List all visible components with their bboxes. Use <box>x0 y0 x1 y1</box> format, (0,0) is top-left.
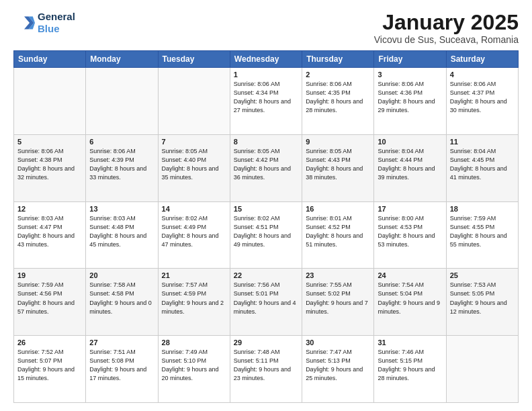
day-info: Sunrise: 7:48 AM Sunset: 5:11 PM Dayligh… <box>234 348 298 383</box>
col-header-wednesday: Wednesday <box>230 51 302 68</box>
day-number: 23 <box>306 271 370 279</box>
day-info: Sunrise: 8:06 AM Sunset: 4:38 PM Dayligh… <box>17 147 82 182</box>
day-number: 24 <box>378 271 442 279</box>
day-cell: 6Sunrise: 8:06 AM Sunset: 4:39 PM Daylig… <box>86 134 158 201</box>
day-info: Sunrise: 8:06 AM Sunset: 4:35 PM Dayligh… <box>306 80 370 115</box>
day-cell: 7Sunrise: 8:05 AM Sunset: 4:40 PM Daylig… <box>158 134 230 201</box>
day-number: 6 <box>89 138 154 146</box>
day-cell: 15Sunrise: 8:02 AM Sunset: 4:51 PM Dayli… <box>230 201 302 269</box>
day-cell <box>158 68 230 135</box>
day-info: Sunrise: 7:59 AM Sunset: 4:55 PM Dayligh… <box>450 214 515 249</box>
day-info: Sunrise: 7:49 AM Sunset: 5:10 PM Dayligh… <box>162 348 226 383</box>
day-info: Sunrise: 8:02 AM Sunset: 4:51 PM Dayligh… <box>234 214 298 249</box>
day-number: 25 <box>450 271 515 279</box>
day-info: Sunrise: 8:00 AM Sunset: 4:53 PM Dayligh… <box>378 214 442 249</box>
day-cell: 17Sunrise: 8:00 AM Sunset: 4:53 PM Dayli… <box>374 201 446 269</box>
day-cell: 21Sunrise: 7:57 AM Sunset: 4:59 PM Dayli… <box>158 269 230 336</box>
day-number: 15 <box>234 205 298 213</box>
day-info: Sunrise: 7:54 AM Sunset: 5:04 PM Dayligh… <box>378 281 442 316</box>
week-row-4: 19Sunrise: 7:59 AM Sunset: 4:56 PM Dayli… <box>14 269 519 336</box>
month-title: January 2025 <box>374 11 519 34</box>
col-header-monday: Monday <box>86 51 158 68</box>
header: General Blue January 2025 Vicovu de Sus,… <box>13 11 519 45</box>
day-info: Sunrise: 7:56 AM Sunset: 5:01 PM Dayligh… <box>234 281 298 316</box>
day-number: 9 <box>306 138 370 146</box>
day-number: 18 <box>450 205 515 213</box>
week-row-3: 12Sunrise: 8:03 AM Sunset: 4:47 PM Dayli… <box>14 201 519 269</box>
day-cell: 4Sunrise: 8:06 AM Sunset: 4:37 PM Daylig… <box>446 68 518 135</box>
day-cell: 25Sunrise: 7:53 AM Sunset: 5:05 PM Dayli… <box>446 269 518 336</box>
day-info: Sunrise: 8:06 AM Sunset: 4:34 PM Dayligh… <box>234 80 298 115</box>
logo: General Blue <box>13 11 75 35</box>
day-number: 4 <box>450 71 515 79</box>
day-info: Sunrise: 7:58 AM Sunset: 4:58 PM Dayligh… <box>89 281 154 316</box>
col-header-thursday: Thursday <box>302 51 374 68</box>
day-info: Sunrise: 7:52 AM Sunset: 5:07 PM Dayligh… <box>17 348 82 383</box>
day-info: Sunrise: 8:05 AM Sunset: 4:40 PM Dayligh… <box>162 147 226 182</box>
day-number: 10 <box>378 138 442 146</box>
day-cell <box>446 336 518 403</box>
day-cell: 19Sunrise: 7:59 AM Sunset: 4:56 PM Dayli… <box>14 269 86 336</box>
location-subtitle: Vicovu de Sus, Suceava, Romania <box>374 34 519 45</box>
day-info: Sunrise: 8:06 AM Sunset: 4:37 PM Dayligh… <box>450 80 515 115</box>
day-cell: 31Sunrise: 7:46 AM Sunset: 5:15 PM Dayli… <box>374 336 446 403</box>
day-number: 7 <box>162 138 226 146</box>
day-cell: 14Sunrise: 8:02 AM Sunset: 4:49 PM Dayli… <box>158 201 230 269</box>
day-number: 26 <box>17 338 82 347</box>
day-number: 31 <box>378 338 442 347</box>
day-info: Sunrise: 8:03 AM Sunset: 4:47 PM Dayligh… <box>17 214 82 249</box>
day-cell: 26Sunrise: 7:52 AM Sunset: 5:07 PM Dayli… <box>14 336 86 403</box>
day-info: Sunrise: 8:04 AM Sunset: 4:45 PM Dayligh… <box>450 147 515 182</box>
day-cell: 12Sunrise: 8:03 AM Sunset: 4:47 PM Dayli… <box>14 201 86 269</box>
day-info: Sunrise: 8:06 AM Sunset: 4:39 PM Dayligh… <box>89 147 154 182</box>
day-cell: 30Sunrise: 7:47 AM Sunset: 5:13 PM Dayli… <box>302 336 374 403</box>
day-number: 29 <box>234 338 298 347</box>
day-info: Sunrise: 7:51 AM Sunset: 5:08 PM Dayligh… <box>89 348 154 383</box>
day-number: 21 <box>162 271 226 279</box>
day-number: 1 <box>234 71 298 79</box>
week-row-2: 5Sunrise: 8:06 AM Sunset: 4:38 PM Daylig… <box>14 134 519 201</box>
day-number: 8 <box>234 138 298 146</box>
day-info: Sunrise: 8:03 AM Sunset: 4:48 PM Dayligh… <box>89 214 154 249</box>
day-info: Sunrise: 7:47 AM Sunset: 5:13 PM Dayligh… <box>306 348 370 383</box>
week-row-5: 26Sunrise: 7:52 AM Sunset: 5:07 PM Dayli… <box>14 336 519 403</box>
col-header-saturday: Saturday <box>446 51 518 68</box>
day-cell: 1Sunrise: 8:06 AM Sunset: 4:34 PM Daylig… <box>230 68 302 135</box>
day-info: Sunrise: 7:53 AM Sunset: 5:05 PM Dayligh… <box>450 281 515 316</box>
day-number: 16 <box>306 205 370 213</box>
day-info: Sunrise: 8:05 AM Sunset: 4:42 PM Dayligh… <box>234 147 298 182</box>
day-cell: 27Sunrise: 7:51 AM Sunset: 5:08 PM Dayli… <box>86 336 158 403</box>
day-cell: 8Sunrise: 8:05 AM Sunset: 4:42 PM Daylig… <box>230 134 302 201</box>
day-number: 12 <box>17 205 82 213</box>
day-cell: 29Sunrise: 7:48 AM Sunset: 5:11 PM Dayli… <box>230 336 302 403</box>
title-block: January 2025 Vicovu de Sus, Suceava, Rom… <box>374 11 519 45</box>
day-info: Sunrise: 7:55 AM Sunset: 5:02 PM Dayligh… <box>306 281 370 316</box>
day-cell: 5Sunrise: 8:06 AM Sunset: 4:38 PM Daylig… <box>14 134 86 201</box>
day-cell: 28Sunrise: 7:49 AM Sunset: 5:10 PM Dayli… <box>158 336 230 403</box>
day-number: 22 <box>234 271 298 279</box>
day-number: 20 <box>89 271 154 279</box>
day-number: 30 <box>306 338 370 347</box>
day-number: 5 <box>17 138 82 146</box>
day-info: Sunrise: 7:59 AM Sunset: 4:56 PM Dayligh… <box>17 281 82 316</box>
day-cell: 9Sunrise: 8:05 AM Sunset: 4:43 PM Daylig… <box>302 134 374 201</box>
day-info: Sunrise: 8:05 AM Sunset: 4:43 PM Dayligh… <box>306 147 370 182</box>
header-row: SundayMondayTuesdayWednesdayThursdayFrid… <box>14 51 519 68</box>
col-header-sunday: Sunday <box>14 51 86 68</box>
logo-icon <box>13 12 35 34</box>
day-cell: 16Sunrise: 8:01 AM Sunset: 4:52 PM Dayli… <box>302 201 374 269</box>
week-row-1: 1Sunrise: 8:06 AM Sunset: 4:34 PM Daylig… <box>14 68 519 135</box>
day-info: Sunrise: 8:04 AM Sunset: 4:44 PM Dayligh… <box>378 147 442 182</box>
day-cell: 24Sunrise: 7:54 AM Sunset: 5:04 PM Dayli… <box>374 269 446 336</box>
day-number: 3 <box>378 71 442 79</box>
logo-text: General Blue <box>38 11 75 35</box>
day-info: Sunrise: 8:06 AM Sunset: 4:36 PM Dayligh… <box>378 80 442 115</box>
day-number: 13 <box>89 205 154 213</box>
day-cell: 2Sunrise: 8:06 AM Sunset: 4:35 PM Daylig… <box>302 68 374 135</box>
day-number: 17 <box>378 205 442 213</box>
day-number: 19 <box>17 271 82 279</box>
day-cell: 11Sunrise: 8:04 AM Sunset: 4:45 PM Dayli… <box>446 134 518 201</box>
day-cell: 13Sunrise: 8:03 AM Sunset: 4:48 PM Dayli… <box>86 201 158 269</box>
col-header-friday: Friday <box>374 51 446 68</box>
day-info: Sunrise: 8:01 AM Sunset: 4:52 PM Dayligh… <box>306 214 370 249</box>
